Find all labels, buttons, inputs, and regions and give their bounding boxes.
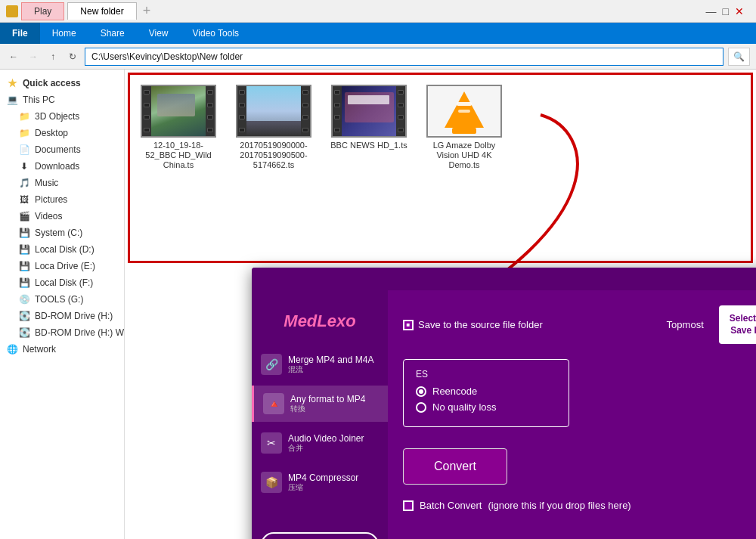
sidebar-videos[interactable]: 🎬 Videos <box>0 208 124 225</box>
drive-h-icon: 💽 <box>18 310 30 322</box>
file-item[interactable]: LG Amaze Dolby Vision UHD 4K Demo.ts <box>423 82 506 174</box>
file-item[interactable]: 12-10_19-18-52_BBC HD_Wild China.ts <box>137 82 220 174</box>
compressor-icon: 📦 <box>261 472 282 493</box>
refresh-btn[interactable]: ↻ <box>65 49 80 64</box>
sidebar-network[interactable]: 🌐 Network <box>0 341 124 358</box>
sidebar-locale[interactable]: 💾 Loca Drive (E:) <box>0 258 124 274</box>
sidebar-downloads[interactable]: ⬇ Downloads <box>0 158 124 175</box>
title-bar: Play New folder + — □ ✕ <box>0 0 756 23</box>
film-strip-right <box>396 86 405 136</box>
app-menu-merge[interactable]: 🔗 Merge MP4 and M4A 混流 <box>252 346 388 383</box>
file-item[interactable]: BBC NEWS HD_1.ts <box>327 82 411 174</box>
ribbon-videotools[interactable]: Video Tools <box>181 23 252 44</box>
search-box[interactable]: 🔍 <box>728 48 750 66</box>
noqualityloss-option[interactable]: No quality loss <box>416 401 556 413</box>
es-title: ES <box>416 369 556 379</box>
new-tab-btn[interactable]: + <box>143 3 151 19</box>
up-btn[interactable]: ↑ <box>45 49 60 64</box>
topmost-label: Topmost <box>667 319 704 330</box>
sidebar-pictures[interactable]: 🖼 Pictures <box>0 191 124 208</box>
reencode-option[interactable]: Reencode <box>416 386 556 397</box>
minimize-btn[interactable]: — <box>706 5 717 17</box>
app-menu-compressor[interactable]: 📦 MP4 Compressor 压缩 <box>252 464 388 500</box>
merge-icon: 🔗 <box>261 354 282 375</box>
sidebar-bdromhw[interactable]: 💽 BD-ROM Drive (H:) W <box>0 324 124 341</box>
film-strip-left <box>333 86 342 136</box>
sidebar-locald[interactable]: 💾 Local Disk (D:) <box>0 241 124 258</box>
convert-btn[interactable]: Convert <box>403 448 507 485</box>
batch-check <box>403 500 414 511</box>
svg-rect-1 <box>452 128 476 134</box>
main-content: ★ Quick access 💻 This PC 📁 3D Objects 📁 … <box>0 70 756 539</box>
film-strip-left <box>237 86 246 136</box>
documents-icon: 📄 <box>18 144 30 156</box>
address-input[interactable] <box>85 48 723 66</box>
desktop-icon: 📁 <box>18 127 30 139</box>
sidebar: ★ Quick access 💻 This PC 📁 3D Objects 📁 … <box>0 70 125 539</box>
batch-note: (ignore this if you drop files here) <box>488 500 631 511</box>
address-bar: ← → ↑ ↻ 🔍 <box>0 44 756 70</box>
sidebar-quickaccess[interactable]: ★ Quick access <box>0 73 124 91</box>
batch-label: Batch Convert <box>420 500 482 511</box>
file-item[interactable]: 20170519090000-20170519090500-5174662.ts <box>232 82 315 174</box>
drive-hw-icon: 💽 <box>18 327 30 339</box>
search-icon: 🔍 <box>733 51 745 62</box>
sidebar-localf[interactable]: 💾 Local Disk (F:) <box>0 274 124 291</box>
close-btn[interactable]: ✕ <box>735 5 744 17</box>
drive-f-icon: 💾 <box>18 277 30 289</box>
file-name: LG Amaze Dolby Vision UHD 4K Demo.ts <box>426 141 503 171</box>
back-btn[interactable]: ← <box>6 49 21 64</box>
sidebar-music[interactable]: 🎵 Music <box>0 175 124 191</box>
file-name: 12-10_19-18-52_BBC HD_Wild China.ts <box>140 141 217 171</box>
thumb-content <box>151 86 206 136</box>
app-icon <box>6 5 18 17</box>
sidebar-bdromh[interactable]: 💽 BD-ROM Drive (H:) <box>0 308 124 324</box>
batch-convert-row: Batch Convert (ignore this if you drop f… <box>403 500 756 511</box>
drive-c-icon: 💾 <box>18 227 30 239</box>
joiner-icon: ✂ <box>261 432 282 454</box>
extract-audio-btn[interactable]: 🔊 Extract Audio <box>261 532 379 539</box>
sidebar-thispc[interactable]: 💻 This PC <box>0 91 124 108</box>
vlc-icon-container <box>428 86 500 136</box>
reencode-label: Reencode <box>432 386 477 397</box>
ribbon-home[interactable]: Home <box>40 23 88 44</box>
svg-rect-3 <box>458 110 470 113</box>
sidebar-toolsg[interactable]: 💿 TOOLS (G:) <box>0 291 124 308</box>
select-save-btn[interactable]: Select AnotherSave Location <box>719 305 756 344</box>
film-strip-right <box>206 86 215 136</box>
tab-newfolder[interactable]: New folder <box>67 2 136 20</box>
medlexo-app: — ✕ MedLexo 🔗 Merge MP4 and M4A 混流 🔺 Any… <box>252 268 756 539</box>
app-sidebar: MedLexo 🔗 Merge MP4 and M4A 混流 🔺 Any for… <box>252 290 388 539</box>
videos-icon: 🎬 <box>18 210 30 222</box>
sidebar-3dobjects[interactable]: 📁 3D Objects <box>0 108 124 125</box>
app-main: Save to the source file folder Topmost S… <box>388 290 756 539</box>
noqualityloss-radio <box>416 402 426 413</box>
drive-d-icon: 💾 <box>18 243 30 256</box>
music-icon: 🎵 <box>18 177 30 189</box>
sidebar-desktop[interactable]: 📁 Desktop <box>0 125 124 141</box>
sidebar-documents[interactable]: 📄 Documents <box>0 141 124 158</box>
save-source-checkbox[interactable]: Save to the source file folder <box>403 319 543 330</box>
svg-rect-2 <box>457 102 472 106</box>
3dobjects-icon: 📁 <box>18 110 30 122</box>
maximize-btn[interactable]: □ <box>723 5 729 17</box>
ribbon-share[interactable]: Share <box>88 23 137 44</box>
vlc-cone-svg <box>442 88 487 134</box>
ribbon-file[interactable]: File <box>0 23 40 44</box>
reencode-radio <box>416 386 426 397</box>
thumb-content <box>342 86 396 136</box>
es-group: ES Reencode No quality loss <box>403 359 569 427</box>
tab-play[interactable]: Play <box>21 2 64 20</box>
app-brand: MedLexo <box>252 305 388 343</box>
pc-icon: 💻 <box>6 94 18 106</box>
forward-btn[interactable]: → <box>26 49 41 64</box>
file-thumbnail <box>236 85 311 138</box>
app-menu-joiner[interactable]: ✂ Audio Video Joiner 合并 <box>252 425 388 461</box>
sidebar-systemc[interactable]: 💾 System (C:) <box>0 225 124 241</box>
file-thumbnail <box>141 85 216 138</box>
network-icon: 🌐 <box>6 343 18 355</box>
film-strip-right <box>301 86 310 136</box>
ribbon-view[interactable]: View <box>137 23 181 44</box>
file-grid: 12-10_19-18-52_BBC HD_Wild China.ts 2017… <box>131 76 750 180</box>
app-menu-convert[interactable]: 🔺 Any format to MP4 转換 <box>252 386 388 422</box>
